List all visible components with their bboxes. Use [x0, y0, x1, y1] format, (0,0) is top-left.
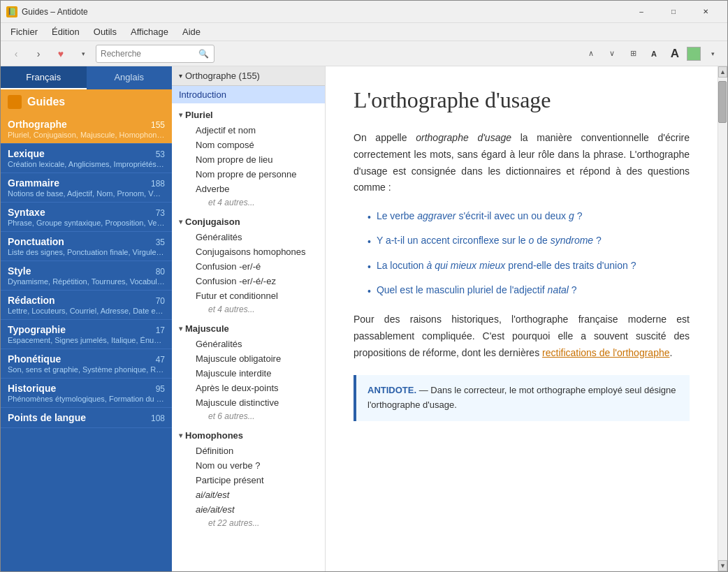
middle-item-conj-generalites[interactable]: Généralités: [190, 230, 318, 244]
search-box[interactable]: 🔍: [96, 45, 214, 63]
menu-bar: Fichier Édition Outils Affichage Aide: [1, 23, 727, 41]
middle-item-nom-verbe[interactable]: Nom ou verbe ?: [190, 458, 318, 473]
middle-item-maj-distinctive[interactable]: Majuscule distinctive: [190, 395, 318, 410]
window-controls: – □ ✕: [625, 1, 722, 23]
section-label-majuscule: Majuscule: [185, 323, 229, 334]
section-conjugaison: ▾ Conjugaison Généralités Conjugaisons h…: [172, 210, 325, 317]
section-sub-conjugaison: Généralités Conjugaisons homophones Conf…: [179, 230, 318, 316]
sidebar-item-orthographe[interactable]: Orthographe 155 Pluriel, Conjugaison, Ma…: [1, 115, 172, 144]
sidebar-item-grammaire[interactable]: Grammaire 188 Notions de base, Adjectif,…: [1, 173, 172, 203]
section-pluriel: ▾ Pluriel Adjectif et nom Nom composé No…: [172, 103, 325, 210]
sidebar-item-count-orthographe: 155: [151, 120, 165, 130]
note-title: ANTIDOTE.: [367, 385, 416, 395]
sidebar-item-syntaxe[interactable]: Syntaxe 73 Phrase, Groupe syntaxique, Pr…: [1, 203, 172, 232]
search-input[interactable]: [101, 49, 198, 59]
middle-item-conj-er-e-ez[interactable]: Confusion -er/-é/-ez: [190, 274, 318, 288]
color-dropdown[interactable]: ▾: [704, 45, 722, 63]
middle-item-aie-ait-est[interactable]: aie/ait/est: [190, 502, 318, 517]
close-button[interactable]: ✕: [690, 1, 722, 23]
middle-item-adjectif[interactable]: Adjectif et nom: [190, 123, 318, 138]
sidebar-item-redaction[interactable]: Rédaction 70 Lettre, Locuteurs, Courriel…: [1, 291, 172, 320]
middle-item-maj-interdite[interactable]: Majuscule interdite: [190, 366, 318, 381]
link-rectifications[interactable]: rectifications de l'orthographe: [542, 347, 669, 358]
section-label-pluriel: Pluriel: [185, 110, 213, 120]
antidote-note: ANTIDOTE. — Dans le correcteur, le mot o…: [354, 375, 690, 421]
menu-edition[interactable]: Édition: [45, 25, 87, 38]
middle-item-futur[interactable]: Futur et conditionnel: [190, 288, 318, 303]
lang-tab-anglais[interactable]: Anglais: [87, 66, 173, 89]
chevron-conjugaison: ▾: [179, 218, 182, 226]
window-title: Guides – Antidote: [22, 7, 625, 17]
middle-item-ai-ait-est[interactable]: ai/ait/est: [190, 487, 318, 502]
section-label-homophones: Homophones: [185, 430, 243, 441]
menu-fichier[interactable]: Fichier: [3, 25, 45, 38]
sidebar-item-ponctuation[interactable]: Ponctuation 35 Liste des signes, Ponctua…: [1, 232, 172, 261]
scrollbar-down-button[interactable]: ▼: [718, 560, 727, 571]
section-homophones: ▾ Homophones Définition Nom ou verbe ? P…: [172, 424, 325, 531]
section-sub-majuscule: Généralités Majuscule obligatoire Majusc…: [179, 337, 318, 423]
middle-item-introduction[interactable]: Introduction: [172, 86, 325, 103]
sidebar-item-style[interactable]: Style 80 Dynamisme, Répétition, Tournure…: [1, 261, 172, 291]
search-icon: 🔍: [198, 49, 209, 59]
app-icon: 📗: [6, 6, 17, 17]
section-header-conjugaison[interactable]: ▾ Conjugaison: [179, 214, 318, 230]
scrollbar-thumb[interactable]: [718, 81, 727, 123]
maximize-button[interactable]: □: [657, 1, 690, 23]
bullet-dot-2: •: [367, 233, 371, 251]
sidebar-item-points[interactable]: Points de langue 108: [1, 408, 172, 428]
middle-item-participe[interactable]: Participe présent: [190, 473, 318, 487]
bullet-text-2: Y a-t-il un accent circonflexe sur le o …: [377, 232, 602, 249]
toolbar-right: ∧ ∨ ⊞ A A ▾: [582, 45, 722, 63]
section-majuscule: ▾ Majuscule Généralités Majuscule obliga…: [172, 317, 325, 424]
middle-header-text: Orthographe (155): [185, 71, 260, 81]
section-header-homophones[interactable]: ▾ Homophones: [179, 427, 318, 443]
sidebar: Français Anglais Guides Orthographe 155 …: [1, 66, 172, 571]
back-button[interactable]: ‹: [6, 44, 26, 64]
content-scrollbar: ▲ ▼: [718, 66, 727, 571]
sidebar-title: Guides: [27, 96, 65, 108]
lang-tab-francais[interactable]: Français: [1, 66, 87, 89]
content-paragraph1: On appelle orthographe d'usage la manièr…: [354, 130, 690, 196]
menu-outils[interactable]: Outils: [87, 25, 124, 38]
sidebar-item-historique[interactable]: Historique 95 Phénomènes étymologiques, …: [1, 379, 172, 408]
font-small-button[interactable]: A: [645, 45, 663, 63]
favorite-button[interactable]: ♥: [51, 44, 71, 64]
columns-button[interactable]: ⊞: [624, 45, 642, 63]
sidebar-item-typographie[interactable]: Typographie 17 Espacement, Signes jumelé…: [1, 320, 172, 349]
middle-item-conj-homophones[interactable]: Conjugaisons homophones: [190, 244, 318, 259]
bullet-item-3: • La locution à qui mieux mieux prend-el…: [367, 257, 690, 276]
middle-item-conj-er-e[interactable]: Confusion -er/-é: [190, 259, 318, 274]
bullet-item-1: • Le verbe aggraver s'écrit-il avec un o…: [367, 207, 690, 226]
middle-item-nom-propre-lieu[interactable]: Nom propre de lieu: [190, 152, 318, 167]
chevron-majuscule: ▾: [179, 325, 182, 332]
bullet-dot-3: •: [367, 258, 371, 276]
lang-tabs: Français Anglais: [1, 66, 172, 89]
sidebar-item-phonetique[interactable]: Phonétique 47 Son, sens et graphie, Syst…: [1, 349, 172, 379]
section-header-majuscule[interactable]: ▾ Majuscule: [179, 321, 318, 337]
down-arrow-button[interactable]: ∨: [603, 45, 621, 63]
middle-item-nom-compose[interactable]: Nom composé: [190, 138, 318, 152]
color-swatch[interactable]: [687, 47, 701, 61]
scrollbar-up-button[interactable]: ▲: [718, 66, 727, 78]
middle-item-maj-obligatoire[interactable]: Majuscule obligatoire: [190, 351, 318, 366]
middle-item-nom-propre-personne[interactable]: Nom propre de personne: [190, 167, 318, 182]
middle-item-adverbe[interactable]: Adverbe: [190, 182, 318, 196]
forward-button[interactable]: ›: [29, 44, 48, 64]
menu-affichage[interactable]: Affichage: [124, 25, 175, 38]
more-majuscule: et 6 autres...: [190, 410, 318, 423]
sidebar-item-sub-orthographe: Pluriel, Conjugaison, Majuscule, Homopho…: [8, 131, 165, 139]
up-arrow-button[interactable]: ∧: [582, 45, 600, 63]
middle-item-maj-generalites[interactable]: Généralités: [190, 337, 318, 351]
sidebar-item-name-orthographe: Orthographe: [8, 119, 67, 130]
section-header-pluriel[interactable]: ▾ Pluriel: [179, 107, 318, 123]
favorite-dropdown[interactable]: ▾: [73, 44, 93, 64]
menu-aide[interactable]: Aide: [175, 25, 208, 38]
minimize-button[interactable]: –: [625, 1, 657, 23]
sidebar-item-lexique[interactable]: Lexique 53 Création lexicale, Anglicisme…: [1, 144, 172, 173]
font-large-button[interactable]: A: [666, 45, 684, 63]
bullet-item-2: • Y a-t-il un accent circonflexe sur le …: [367, 232, 690, 251]
sidebar-header: Guides: [1, 89, 172, 115]
content-title: L'orthographe d'usage: [354, 87, 690, 113]
middle-item-definition[interactable]: Définition: [190, 443, 318, 458]
middle-item-maj-deux-points[interactable]: Après le deux-points: [190, 381, 318, 395]
